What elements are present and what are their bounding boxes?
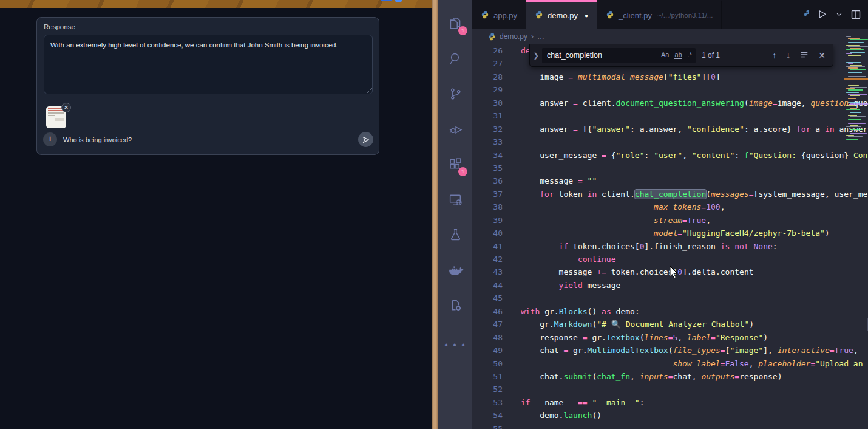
tab-app-py[interactable]: app.py [472,0,526,29]
send-icon [362,136,370,143]
find-collapse-chevron[interactable]: ❯ [530,52,542,60]
play-icon [817,9,827,19]
line-content [521,109,868,122]
line-content [521,136,868,148]
run-dropdown-chevron[interactable] [836,11,843,18]
find-close-button[interactable]: ✕ [818,50,826,61]
minimap-line [846,109,860,110]
line-number: 40 [472,227,521,239]
code-line: 33 [472,136,868,148]
editor-actions [799,0,868,29]
gradio-form-container: Response With an extremely high level of… [36,17,379,155]
breadcrumb-file[interactable]: demo.py [500,32,527,41]
code-line: 51chat.submit(chat_fn, inputs=chat, outp… [472,370,868,383]
breadcrumb[interactable]: demo.py › … [472,29,868,44]
add-file-button[interactable]: + [43,132,57,146]
line-content: if __name__ == "__main__": [521,396,868,409]
line-number: 33 [472,136,521,148]
line-number: 30 [472,97,521,109]
clipped-tab-python-icon [803,10,809,19]
modified-dot-icon[interactable]: ● [585,12,588,19]
find-previous-button[interactable]: ↑ [772,50,776,61]
line-number: 52 [472,383,521,396]
code-line: 48response = gr.Textbox(lines=5, label="… [472,331,868,344]
remote-explorer-icon[interactable] [438,185,472,214]
code-editor[interactable]: 26def chat_fn(multimodal_message):2728im… [472,44,868,429]
window-divider[interactable] [432,0,438,429]
explorer-icon[interactable]: 1 [438,9,472,38]
remove-image-button[interactable]: ✕ [61,103,71,112]
line-number: 49 [472,344,521,357]
line-number: 43 [472,266,521,278]
code-line: 39stream=True, [472,214,868,227]
line-content: stream=True, [521,214,868,227]
minimap-line [846,58,856,58]
line-number: 46 [472,305,521,318]
source-control-icon[interactable] [438,79,472,108]
search-icon[interactable] [438,44,472,73]
find-in-selection-button[interactable] [800,50,809,61]
line-number: 41 [472,240,521,253]
minimap-line [848,85,859,86]
minimap-line [850,74,855,74]
code-line: 46with gr.Blocks() as demo: [472,305,868,318]
code-line: 49chat = gr.MultimodalTextbox(file_types… [472,344,868,357]
docker-whale-icon[interactable] [438,255,472,284]
match-case-toggle[interactable]: Aa [661,51,669,59]
extensions-icon[interactable]: 1 [438,149,472,179]
line-number: 37 [472,188,521,201]
tab-demo-py[interactable]: demo.py● [526,0,597,29]
vscode-window: 11• • • app.pydemo.py●_client.py~/.../py… [438,0,868,429]
whole-word-toggle[interactable]: ab [674,51,682,59]
line-content [521,83,868,96]
minimap-line [850,57,868,57]
code-line: 52 [472,383,868,396]
line-content [521,383,868,396]
chevron-down-icon [836,11,843,18]
tab--client-py[interactable]: _client.py~/.../python3.11/... [597,0,722,29]
minimap-line [848,89,863,90]
response-textarea[interactable]: With an extremely high level of confiden… [44,35,373,94]
code-line: 50show_label=False, placeholder="Upload … [472,357,868,370]
minimap-line [848,98,856,98]
minimap-line [848,102,860,103]
run-debug-icon[interactable] [438,114,472,143]
testing-flask-icon[interactable] [438,220,472,249]
code-line: 34user_message = {"role": "user", "conte… [472,149,868,162]
chat-input-text[interactable]: Who is being invoiced? [63,136,132,143]
minimap[interactable] [845,36,868,152]
line-content: yield message [521,279,868,292]
minimap-line [850,108,857,108]
line-number: 38 [472,201,521,213]
minimap-line [848,72,862,72]
editor-group: app.pydemo.py●_client.py~/.../python3.11… [472,0,868,429]
screen: Response With an extremely high level of… [0,0,868,429]
find-results-count: 1 of 1 [702,51,720,60]
send-button[interactable] [358,132,373,147]
file-settings-icon[interactable] [438,290,472,320]
more-ellipsis-icon[interactable]: • • • [438,331,472,360]
thumb-line [55,118,64,121]
tab-label: demo.py [548,11,578,20]
split-editor-button[interactable] [851,10,861,19]
find-next-button[interactable]: ↓ [786,50,790,61]
line-content: response = gr.Textbox(lines=5, label="Re… [521,331,868,344]
line-content: message += token.choices[0].delta.conten… [521,266,868,278]
minimap-line [850,52,865,53]
code-line: 29 [472,83,868,96]
line-content [521,422,868,429]
regex-toggle[interactable]: .* [688,51,692,59]
line-content [521,292,868,304]
minimap-line [846,118,853,118]
minimap-line [848,46,868,47]
line-number: 44 [472,279,521,292]
code-lines: 26def chat_fn(multimodal_message):2728im… [472,44,868,429]
run-python-file-button[interactable] [817,9,827,19]
resize-grip-icon[interactable] [367,88,373,94]
code-line: 37for token in client.chat_completion(me… [472,188,868,201]
minimap-line [848,123,866,124]
breadcrumb-more[interactable]: … [537,32,544,41]
tab-label: app.py [493,11,517,20]
minimap-line [850,133,867,134]
account-icon[interactable] [438,418,472,429]
